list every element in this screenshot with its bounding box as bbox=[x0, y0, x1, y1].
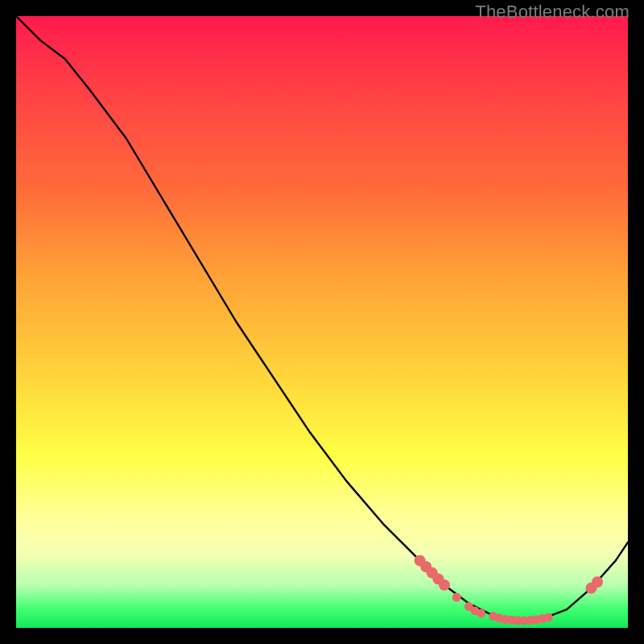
watermark-text: TheBottleneck.com bbox=[475, 2, 630, 23]
curve-marker bbox=[477, 609, 485, 617]
chart-frame: TheBottleneck.com bbox=[0, 0, 644, 644]
curve-marker bbox=[439, 580, 450, 591]
curve-marker bbox=[592, 576, 603, 588]
chart-gradient-area bbox=[16, 16, 628, 628]
curve-marker bbox=[544, 613, 553, 622]
curve-markers bbox=[415, 555, 603, 625]
chart-svg bbox=[16, 16, 628, 628]
curve-marker bbox=[452, 593, 461, 602]
bottleneck-curve bbox=[16, 16, 628, 621]
